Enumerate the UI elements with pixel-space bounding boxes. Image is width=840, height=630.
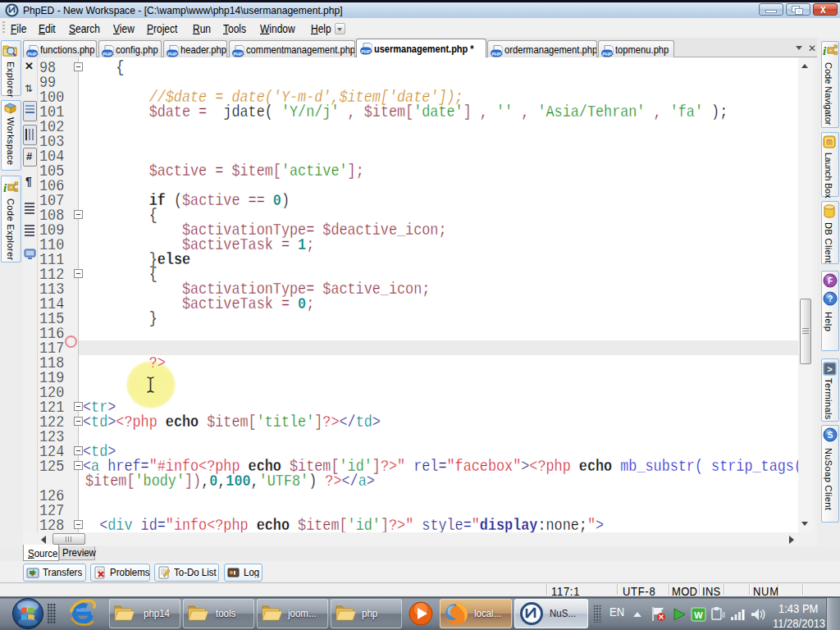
svg-text:S: S	[828, 431, 833, 440]
svg-text:W: W	[694, 610, 703, 620]
svg-text:i: i	[823, 44, 827, 57]
svg-text:?: ?	[828, 294, 833, 304]
svg-text:i: i	[3, 181, 7, 194]
svg-text:F: F	[828, 276, 833, 285]
svg-text:>: >	[827, 365, 833, 375]
